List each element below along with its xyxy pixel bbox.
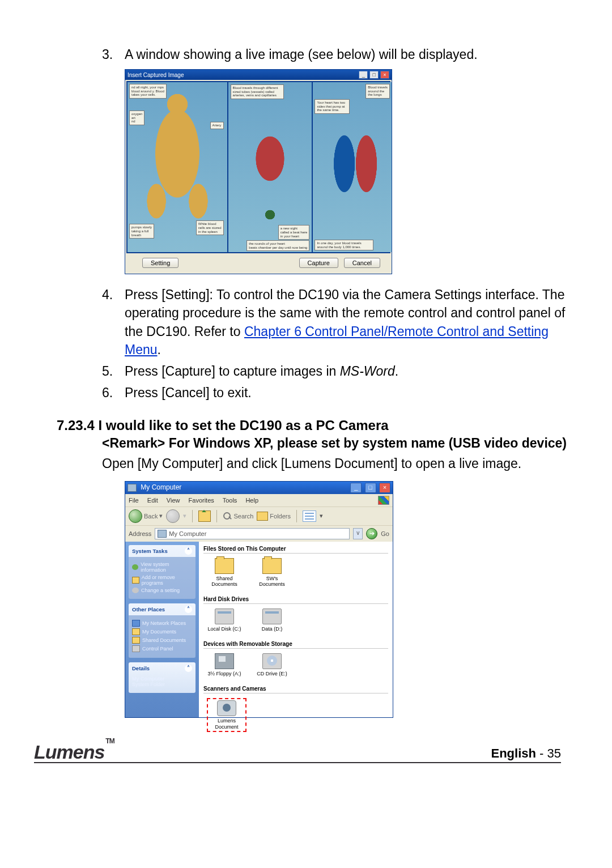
folders-button[interactable]: Folders [257,512,291,521]
details-line-1: My Computer [132,676,192,682]
box-icon [132,577,139,584]
step-3-number: 3. [102,45,124,63]
hard-drive-icon [215,609,234,624]
sidebar-item-shared-documents[interactable]: Shared Documents [132,637,192,644]
step-6: 6. Press [Cancel] to exit. [102,384,572,402]
setting-button[interactable]: Setting [142,258,178,268]
minimize-icon[interactable]: _ [359,71,368,79]
item-floppy-a[interactable]: 3½ Floppy (A:) [207,653,242,677]
mc-sidebar: System Tasks ˄ View system information A… [125,542,199,717]
maximize-icon[interactable]: □ [369,71,379,79]
chevron-down-icon: ▾ [183,512,186,520]
control-panel-icon [132,645,140,652]
anatomy-panel-body: nd all night, your mps blood around y. B… [128,82,227,252]
ici-titlebar: Insert Captured Image _ □ × [125,70,392,80]
close-icon[interactable]: × [379,483,390,493]
step-4: 4. Press [Setting]: To control the DC190… [102,286,572,359]
ici-window-buttons: _ □ × [359,71,389,79]
details-line-2: System Folder [132,682,192,687]
category-removable: Devices with Removable Storage [203,639,388,649]
folder-icon [262,558,282,574]
menu-edit[interactable]: Edit [147,497,158,504]
menu-help[interactable]: Help [245,497,258,504]
search-button[interactable]: Search [223,512,253,521]
category-hard-disk: Hard Disk Drives [203,594,388,604]
address-input[interactable]: My Computer [155,528,350,539]
address-dropdown-icon[interactable]: v [353,528,363,539]
step-5-text-a: Press [Capture] to capture images in [125,364,340,378]
info-icon [132,564,138,570]
search-icon [223,512,232,521]
my-computer-icon [158,530,167,538]
ici-title: Insert Captured Image [128,72,184,78]
network-icon [132,620,140,627]
sidebar-item-change-setting[interactable]: Change a setting [132,588,192,593]
close-icon[interactable]: × [380,71,389,79]
page-footer: LumensTM English - 35 [34,737,561,763]
address-label: Address [129,530,151,537]
item-lumens-document[interactable]: Lumens Document [209,700,244,730]
capture-button[interactable]: Capture [299,258,338,268]
maximize-icon[interactable]: □ [365,483,376,493]
insert-captured-image-screenshot: Insert Captured Image _ □ × nd all night… [125,69,392,274]
folder-icon [132,628,140,635]
details-header: Details [132,665,150,671]
section-body: Open [My Computer] and click [Lumens Doc… [102,454,572,473]
section-title: I would like to set the DC190 as a PC Ca… [98,418,388,433]
mc-window-buttons: _ □ × [349,483,390,493]
go-button[interactable]: ➔ [366,528,377,539]
up-folder-button[interactable] [198,510,211,522]
chevron-down-icon: ▾ [320,512,323,520]
item-cd-drive-e[interactable]: CD Drive (E:) [254,653,290,677]
brand-logo: LumensTM [34,741,113,763]
views-button[interactable] [303,510,316,522]
item-sws-documents[interactable]: SW's Documents [254,558,290,588]
folders-icon [257,512,268,521]
windows-flag-icon [378,496,389,505]
mc-main-pane: Files Stored on This Computer Shared Doc… [199,542,393,717]
collapse-icon[interactable]: ˄ [185,606,192,613]
collapse-icon[interactable]: ˄ [185,547,192,555]
hard-drive-icon [262,609,282,624]
other-places-header: Other Places [132,606,165,612]
anatomy-panel-heart: Blood travels through different sized tu… [228,82,312,252]
my-computer-screenshot: My Computer _ □ × File Edit View Favorit… [125,481,393,718]
sidebar-item-control-panel[interactable]: Control Panel [132,645,192,652]
step-5-text-b: . [395,364,398,378]
camera-icon [217,700,236,716]
step-5-number: 5. [102,362,124,380]
sidebar-system-tasks: System Tasks ˄ View system information A… [129,545,196,599]
ici-live-image: nd all night, your mps blood around y. B… [126,81,390,253]
go-label: Go [381,530,389,537]
chevron-down-icon: ▾ [159,512,163,520]
menu-favorites[interactable]: Favorites [189,497,214,504]
cancel-button[interactable]: Cancel [344,258,380,268]
item-data-d[interactable]: Data (D:) [254,609,290,632]
collapse-icon[interactable]: ˄ [185,665,192,672]
step-3: 3. A window showing a live image (see be… [102,45,572,63]
step-4-number: 4. [102,286,124,304]
item-shared-documents[interactable]: Shared Documents [207,558,242,588]
sidebar-item-network-places[interactable]: My Network Places [132,620,192,627]
forward-button[interactable] [166,509,180,523]
section-heading: 7.23.4 I would like to set the DC190 as … [57,418,572,433]
mc-addressbar: Address My Computer v ➔ Go [125,525,393,542]
menu-file[interactable]: File [129,497,139,504]
sidebar-item-add-remove[interactable]: Add or remove programs [132,575,192,586]
step-5: 5. Press [Capture] to capture images in … [102,362,572,380]
item-local-disk-c[interactable]: Local Disk (C:) [207,609,242,632]
step-6-text: Press [Cancel] to exit. [125,385,252,400]
sidebar-item-my-documents[interactable]: My Documents [132,628,192,635]
section-number: 7.23.4 [57,418,95,433]
step-4-text-b: . [158,342,161,357]
menu-tools[interactable]: Tools [223,497,237,504]
my-computer-icon [128,484,137,492]
folder-icon [215,558,234,574]
menu-view[interactable]: View [167,497,180,504]
page-indicator: English - 35 [491,746,562,761]
category-files-stored: Files Stored on This Computer [203,544,388,554]
back-button[interactable]: Back ▾ [129,509,163,523]
sidebar-item-view-system-info[interactable]: View system information [132,561,192,573]
step-6-number: 6. [102,384,124,402]
minimize-icon[interactable]: _ [350,483,362,493]
